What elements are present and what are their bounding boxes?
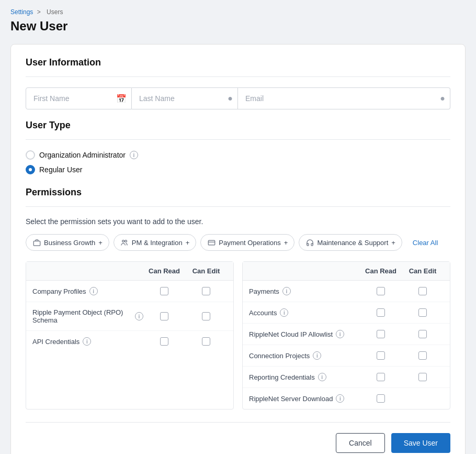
rpo-schema-edit-cell — [185, 312, 227, 320]
svg-point-1 — [122, 240, 124, 242]
tag-payment-operations-label: Payment Operations — [219, 239, 281, 247]
accounts-label: Accounts i — [249, 308, 360, 317]
tag-payment-operations[interactable]: Payment Operations + — [200, 234, 294, 251]
card-icon — [207, 238, 216, 247]
company-profiles-edit-checkbox[interactable] — [202, 287, 210, 295]
reporting-credentials-edit-checkbox[interactable] — [418, 373, 427, 381]
reporting-credentials-read-checkbox[interactable] — [377, 373, 385, 381]
company-profiles-label: Company Profiles i — [32, 287, 143, 295]
company-profiles-read-cell — [143, 287, 185, 295]
payments-info-icon[interactable]: i — [282, 287, 291, 295]
headset-icon — [305, 238, 314, 247]
accounts-read-checkbox[interactable] — [377, 308, 385, 317]
first-name-field: 📅 — [26, 87, 132, 109]
radio-regular-user-indicator — [26, 165, 35, 174]
rpo-schema-read-checkbox[interactable] — [160, 312, 168, 320]
left-header-can-read: Can Read — [143, 267, 185, 275]
payments-edit-checkbox[interactable] — [418, 287, 427, 295]
api-credentials-read-checkbox[interactable] — [160, 337, 168, 346]
tag-pm-integration[interactable]: PM & Integration + — [114, 234, 196, 251]
org-admin-info-icon[interactable]: i — [130, 151, 138, 159]
user-type-section: User Type Organization Administrator i R… — [26, 120, 450, 174]
connection-projects-edit-checkbox[interactable] — [418, 351, 427, 360]
server-download-info-icon[interactable]: i — [336, 394, 344, 403]
reporting-credentials-info-icon[interactable]: i — [318, 373, 326, 381]
server-download-read-checkbox[interactable] — [377, 394, 385, 403]
reporting-credentials-label: Reporting Credentials i — [249, 373, 360, 381]
ripplenet-allowlist-info-icon[interactable]: i — [336, 330, 344, 338]
accounts-edit-checkbox[interactable] — [418, 308, 427, 317]
last-name-input[interactable] — [132, 87, 238, 109]
radio-regular-user-label: Regular User — [39, 165, 82, 174]
page-title: New User — [10, 19, 466, 34]
permissions-title: Permissions — [26, 187, 450, 198]
people-icon — [120, 238, 129, 247]
rpo-schema-info-icon[interactable]: i — [135, 312, 143, 320]
api-credentials-info-icon[interactable]: i — [83, 337, 91, 346]
permission-tags-row: Business Growth + PM & Integration — [26, 234, 450, 251]
left-header-can-edit: Can Edit — [185, 267, 227, 275]
table-row: Reporting Credentials i — [243, 367, 450, 388]
payments-edit-cell — [402, 287, 444, 295]
accounts-edit-cell — [402, 308, 444, 317]
server-download-label: RippleNet Server Download i — [249, 394, 360, 403]
user-type-divider — [26, 139, 450, 140]
connection-projects-info-icon[interactable]: i — [313, 351, 321, 360]
connection-projects-read-cell — [360, 351, 402, 360]
payments-label: Payments i — [249, 287, 360, 295]
server-download-read-cell — [360, 394, 402, 403]
ripplenet-allowlist-read-checkbox[interactable] — [377, 330, 385, 338]
svg-rect-3 — [208, 240, 215, 245]
email-input[interactable] — [238, 87, 450, 109]
user-information-section: User Information 📅 ● ● — [26, 57, 450, 109]
connection-projects-read-checkbox[interactable] — [377, 351, 385, 360]
company-profiles-edit-cell — [185, 287, 227, 295]
ripplenet-allowlist-edit-checkbox[interactable] — [418, 330, 427, 338]
last-name-field: ● — [132, 87, 238, 109]
right-permissions-table: Can Read Can Edit Payments i — [242, 261, 450, 409]
accounts-info-icon[interactable]: i — [280, 308, 288, 317]
radio-org-admin[interactable]: Organization Administrator i — [26, 150, 450, 160]
breadcrumb-settings[interactable]: Settings — [10, 8, 33, 16]
table-row: Payments i — [243, 281, 450, 302]
table-row: API Credentials i — [26, 331, 233, 352]
api-credentials-edit-checkbox[interactable] — [202, 337, 210, 346]
payments-read-checkbox[interactable] — [377, 287, 385, 295]
table-row: Connection Projects i — [243, 345, 450, 367]
clear-all-button[interactable]: Clear All — [409, 237, 442, 249]
user-type-radio-group: Organization Administrator i Regular Use… — [26, 150, 450, 174]
ripplenet-allowlist-edit-cell — [402, 330, 444, 338]
radio-org-admin-label: Organization Administrator — [39, 151, 126, 159]
company-profiles-read-checkbox[interactable] — [160, 287, 168, 295]
left-table-header: Can Read Can Edit — [26, 262, 233, 281]
ripplenet-allowlist-label: RippleNet Cloud IP Allowlist i — [249, 330, 360, 338]
tag-maintenance-support[interactable]: Maintenance & Support + — [299, 234, 402, 251]
rpo-schema-label: Ripple Payment Object (RPO) Schema i — [32, 308, 143, 324]
svg-point-2 — [125, 240, 127, 242]
tag-business-growth[interactable]: Business Growth + — [26, 234, 109, 251]
right-header-label — [249, 267, 360, 275]
permissions-description: Select the permission sets you want to a… — [26, 217, 450, 226]
reporting-credentials-read-cell — [360, 373, 402, 381]
company-profiles-info-icon[interactable]: i — [89, 287, 98, 295]
tag-maintenance-support-label: Maintenance & Support — [317, 239, 388, 247]
table-row: RippleNet Server Download i — [243, 388, 450, 409]
radio-regular-user[interactable]: Regular User — [26, 165, 450, 174]
save-user-button[interactable]: Save User — [391, 433, 450, 453]
cancel-button[interactable]: Cancel — [336, 433, 385, 453]
permissions-divider — [26, 206, 450, 207]
rpo-schema-edit-checkbox[interactable] — [202, 312, 210, 320]
user-info-form-row: 📅 ● ● — [26, 87, 450, 109]
api-credentials-read-cell — [143, 337, 185, 346]
radio-org-admin-indicator — [26, 150, 35, 160]
tag-payment-operations-plus: + — [284, 239, 288, 247]
permissions-tables: Can Read Can Edit Company Profiles i — [26, 261, 450, 409]
api-credentials-label: API Credentials i — [32, 337, 143, 346]
payments-read-cell — [360, 287, 402, 295]
breadcrumb-separator: > — [37, 8, 41, 16]
tag-pm-integration-label: PM & Integration — [132, 239, 183, 247]
connection-projects-label: Connection Projects i — [249, 351, 360, 360]
right-header-can-read: Can Read — [360, 267, 402, 275]
tag-maintenance-support-plus: + — [391, 239, 395, 247]
breadcrumb: Settings > Users — [10, 8, 466, 16]
